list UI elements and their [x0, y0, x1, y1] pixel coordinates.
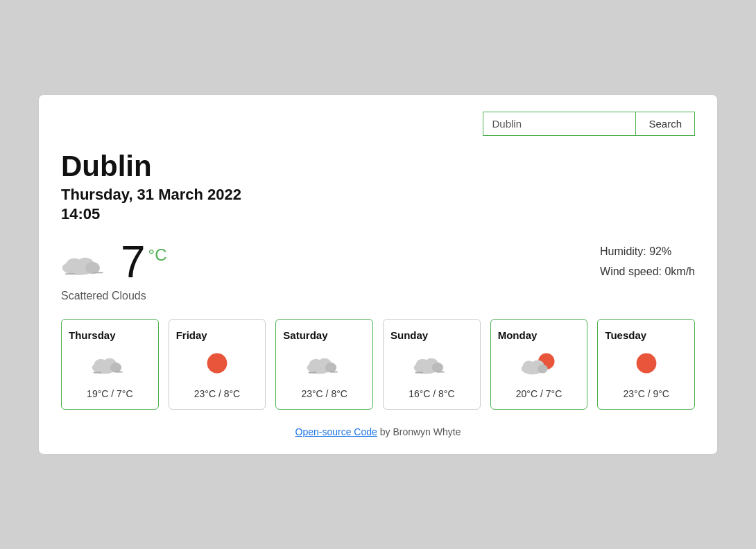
forecast-icon — [91, 349, 128, 380]
forecast-icon — [198, 349, 236, 380]
forecast-temp: 19°C / 7°C — [87, 388, 132, 399]
app-container: Search Dublin Thursday, 31 March 2022 14… — [38, 94, 718, 455]
svg-point-12 — [207, 354, 227, 374]
svg-point-22 — [432, 363, 443, 372]
current-cloud-icon — [61, 247, 110, 278]
description-text: Scattered Clouds — [61, 290, 695, 302]
search-input[interactable] — [483, 112, 635, 136]
svg-point-29 — [538, 365, 547, 374]
forecast-day: Saturday — [283, 329, 327, 341]
weather-details: Humidity: 92% Wind speed: 0km/h — [600, 242, 695, 282]
forecast-day: Monday — [498, 329, 538, 341]
forecast-icon — [520, 349, 558, 380]
forecast-card: Saturday 23°C / 8°C — [275, 319, 373, 410]
date-text: Thursday, 31 March 2022 — [61, 186, 695, 204]
forecast-temp: 16°C / 8°C — [409, 388, 454, 399]
svg-point-16 — [325, 363, 336, 372]
forecast-card: Monday 20°C / 7°C — [490, 319, 588, 410]
search-row: Search — [61, 112, 695, 136]
svg-point-30 — [636, 354, 656, 374]
forecast-temp: 23°C / 8°C — [301, 388, 347, 399]
forecast-day: Thursday — [69, 329, 116, 341]
forecast-icon — [306, 349, 343, 380]
forecast-card: Sunday 16°C / 8°C — [383, 319, 481, 410]
open-source-link[interactable]: Open-source Code — [295, 426, 377, 437]
forecast-temp: 23°C / 9°C — [623, 388, 669, 399]
forecast-temp: 23°C / 8°C — [194, 388, 240, 399]
footer-suffix: by Bronwyn Whyte — [377, 426, 461, 437]
wind-speed-text: Wind speed: 0km/h — [600, 262, 695, 282]
forecast-icon — [413, 349, 450, 380]
forecast-day: Friday — [176, 329, 207, 341]
forecast-temp: 20°C / 7°C — [516, 388, 562, 399]
forecast-card: Friday 23°C / 8°C — [169, 319, 266, 410]
search-button[interactable]: Search — [635, 112, 695, 136]
forecast-card: Tuesday 23°C / 9°C — [597, 319, 695, 410]
city-name: Dublin — [61, 150, 695, 183]
footer: Open-source Code by Bronwyn Whyte — [61, 426, 695, 437]
forecast-day: Tuesday — [605, 329, 646, 341]
forecast-row: Thursday 19°C / 7°C Friday 23°C / 8°C Sa… — [61, 319, 695, 410]
temp-unit: °C — [148, 245, 167, 265]
time-text: 14:05 — [61, 205, 695, 223]
temp-value: 7 — [121, 240, 146, 284]
humidity-text: Humidity: 92% — [600, 242, 695, 262]
temperature-display: 7 °C — [121, 240, 167, 284]
svg-point-9 — [110, 363, 121, 372]
forecast-icon — [628, 349, 665, 380]
forecast-card: Thursday 19°C / 7°C — [61, 319, 159, 410]
forecast-day: Sunday — [390, 329, 428, 341]
